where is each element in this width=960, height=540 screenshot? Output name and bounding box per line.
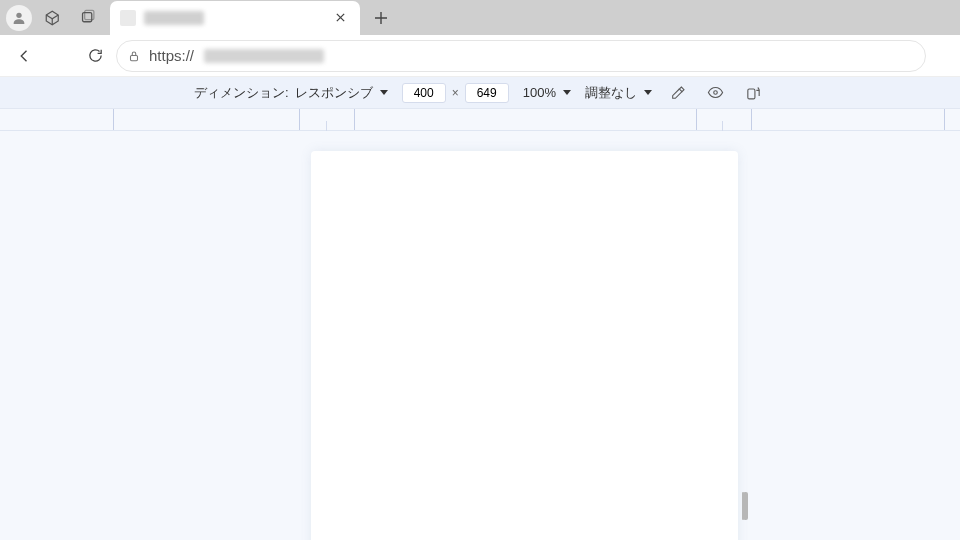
workspaces-icon[interactable] (36, 1, 70, 35)
dimension-inputs: × (402, 83, 509, 103)
device-frame[interactable] (311, 151, 738, 540)
back-button[interactable] (8, 39, 42, 73)
url-text: https:// (149, 47, 194, 64)
url-blurred (204, 49, 324, 63)
svg-point-0 (16, 12, 21, 17)
svg-rect-5 (748, 89, 755, 99)
svg-point-4 (714, 91, 718, 95)
viewport-area (0, 131, 960, 540)
svg-rect-2 (84, 10, 93, 19)
forward-button-spacer (46, 39, 74, 73)
throttling-selector[interactable]: 調整なし (585, 84, 652, 102)
collections-icon[interactable] (70, 1, 104, 35)
scrollbar-thumb[interactable] (743, 492, 748, 520)
lock-icon (127, 49, 141, 63)
chevron-down-icon (563, 90, 571, 95)
address-bar[interactable]: https:// (116, 40, 926, 72)
height-input[interactable] (465, 83, 509, 103)
profile-avatar[interactable] (6, 5, 32, 31)
rotate-device-icon[interactable] (742, 81, 766, 105)
tab-title (144, 11, 204, 25)
browser-tab[interactable] (110, 1, 360, 35)
eyedropper-icon[interactable] (666, 81, 690, 105)
reload-button[interactable] (78, 39, 112, 73)
chevron-down-icon (380, 90, 388, 95)
chevron-down-icon (644, 90, 652, 95)
zoom-value: 100% (523, 85, 556, 100)
dimension-mode: レスポンシブ (295, 84, 373, 102)
new-tab-button[interactable] (366, 3, 396, 33)
zoom-selector[interactable]: 100% (523, 85, 571, 100)
ruler (0, 109, 960, 131)
eye-icon[interactable] (704, 81, 728, 105)
width-input[interactable] (402, 83, 446, 103)
dimension-selector[interactable]: ディメンション: レスポンシブ (194, 84, 388, 102)
tab-close-button[interactable] (330, 8, 350, 28)
tab-strip (0, 0, 960, 35)
svg-rect-3 (131, 55, 138, 60)
dimension-x: × (450, 86, 461, 100)
device-toolbar: ディメンション: レスポンシブ × 100% 調整なし (0, 77, 960, 109)
svg-rect-1 (82, 13, 91, 22)
nav-row: https:// (0, 35, 960, 77)
tab-favicon (120, 10, 136, 26)
dimension-label: ディメンション: (194, 84, 289, 102)
throttling-value: 調整なし (585, 84, 637, 102)
